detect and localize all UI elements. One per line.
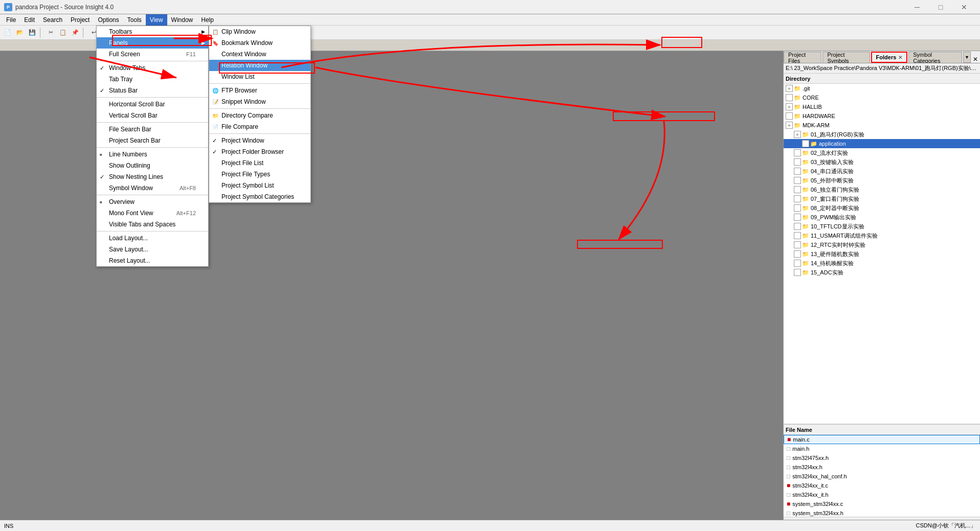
panel-relation-window[interactable]: Relation Window (209, 60, 310, 71)
panel-dir-compare[interactable]: 📁 Directory Compare (209, 110, 310, 121)
tree-expand-btn[interactable] (794, 195, 801, 202)
view-visible-tabs[interactable]: Visible Tabs and Spaces (97, 219, 208, 230)
menu-edit[interactable]: Edit (20, 14, 39, 26)
panel-project-file-types[interactable]: Project File Types (209, 169, 310, 180)
view-line-numbers[interactable]: Line Numbers (97, 149, 208, 160)
view-proj-search-bar[interactable]: Project Search Bar (97, 135, 208, 146)
tb-save[interactable]: 💾 (27, 27, 38, 38)
tree-expand-btn[interactable]: + (786, 122, 793, 129)
panel-close-button[interactable]: ✕ (971, 56, 980, 63)
panel-snippet-window[interactable]: 📝 Snippet Window (209, 96, 310, 107)
tree-expand-btn[interactable] (794, 168, 801, 175)
panel-clip-window[interactable]: 📋 Clip Window (209, 26, 310, 37)
tree-expand-btn[interactable] (794, 214, 801, 221)
panel-window-list[interactable]: Window List (209, 71, 310, 82)
tree-item[interactable]: 📁 04_串口通讯实验 (784, 167, 980, 176)
panel-project-folder[interactable]: Project Folder Browser (209, 146, 310, 157)
tree-item[interactable]: 📁 09_PWM输出实验 (784, 213, 980, 222)
tree-expand-btn[interactable] (794, 149, 801, 156)
tree-item[interactable]: + 📁 HALLIB (784, 102, 980, 111)
view-load-layout[interactable]: Load Layout... (97, 233, 208, 244)
file-item[interactable]: □ system_stm32l4xx.h (784, 509, 980, 517)
panel-context-window[interactable]: Context Window (209, 49, 310, 60)
file-item[interactable]: □ main.h (784, 444, 980, 453)
tree-item[interactable]: 📁 application (784, 139, 980, 148)
view-symbol-window[interactable]: Symbol WindowAlt+F8 (97, 182, 208, 194)
tree-item[interactable]: 📁 14_待机唤醒实验 (784, 259, 980, 268)
tree-expand-btn[interactable] (794, 232, 801, 239)
tree-item[interactable]: 📁 08_定时器中断实验 (784, 203, 980, 213)
view-show-nesting[interactable]: Show Nesting Lines (97, 171, 208, 182)
minimize-button[interactable]: ─ (905, 0, 929, 14)
tree-expand-btn[interactable]: + (794, 131, 801, 138)
menu-view[interactable]: View (146, 14, 167, 26)
view-status-bar[interactable]: Status Bar (97, 85, 208, 96)
tree-expand-btn[interactable] (794, 223, 801, 230)
view-save-layout[interactable]: Save Layout... (97, 244, 208, 255)
panel-tabs-dropdown[interactable]: ▼ (963, 52, 971, 63)
tree-item[interactable]: + 📁 .git (784, 84, 980, 93)
panel-project-symbol-list[interactable]: Project Symbol List (209, 180, 310, 191)
view-panels[interactable]: Panels (97, 37, 208, 49)
panel-bookmark-window[interactable]: 🔖 Bookmark Window (209, 37, 310, 49)
tree-item[interactable]: 📁 02_流水灯实验 (784, 148, 980, 157)
tree-expand-btn[interactable] (794, 204, 801, 212)
tree-expand-btn[interactable] (794, 260, 801, 267)
view-mono-font[interactable]: Mono Font ViewAlt+F12 (97, 207, 208, 219)
tree-expand-btn[interactable] (794, 177, 801, 184)
file-item[interactable]: ■ main.c (784, 435, 980, 444)
tree-item[interactable]: 📁 13_硬件随机数实验 (784, 249, 980, 259)
file-item[interactable]: □ stm32l4xx_hal_conf.h (784, 472, 980, 481)
view-toolbars[interactable]: Toolbars (97, 26, 208, 37)
tb-new[interactable]: 📄 (2, 27, 13, 38)
tree-item[interactable]: 📁 11_USMART调试组件实验 (784, 231, 980, 240)
tree-expand-btn[interactable]: + (786, 85, 793, 92)
tree-expand-btn[interactable] (794, 241, 801, 248)
tree-expand-btn[interactable] (794, 250, 801, 258)
tree-item[interactable]: 📁 06_独立看门狗实验 (784, 185, 980, 194)
tb-copy[interactable]: 📋 (57, 27, 69, 38)
tab-folders[interactable]: Folders ✕ (871, 52, 908, 63)
tree-item[interactable]: + 📁 MDK-ARM (784, 121, 980, 130)
close-button[interactable]: ✕ (952, 0, 976, 14)
panel-file-compare[interactable]: 📄 File Compare (209, 121, 310, 132)
file-item[interactable]: □ stm32l475xx.h (784, 453, 980, 463)
tree-expand-btn[interactable] (786, 112, 793, 120)
tree-item[interactable]: 📁 03_按键输入实验 (784, 157, 980, 167)
menu-window[interactable]: Window (167, 14, 197, 26)
file-item[interactable]: □ stm32l4xx.h (784, 463, 980, 472)
tab-symbol-categories[interactable]: Symbol Categories (908, 52, 962, 63)
file-item[interactable]: □ stm32l4xx_it.h (784, 490, 980, 499)
view-file-search-bar[interactable]: File Search Bar (97, 124, 208, 135)
menu-project[interactable]: Project (66, 14, 94, 26)
menu-tools[interactable]: Tools (123, 14, 146, 26)
panel-project-symbol-cats[interactable]: Project Symbol Categories (209, 191, 310, 202)
tree-item[interactable]: 📁 07_窗口看门狗实验 (784, 194, 980, 203)
tree-item[interactable]: + 📁 01_跑马灯(RGB)实验 (784, 130, 980, 139)
tree-expand-btn[interactable] (794, 158, 801, 166)
panel-project-file-list[interactable]: Project File List (209, 157, 310, 169)
file-item[interactable]: ■ stm32l4xx_it.c (784, 481, 980, 490)
tb-paste[interactable]: 📌 (70, 27, 81, 38)
tab-project-symbols[interactable]: Project Symbols (822, 52, 870, 63)
file-item[interactable]: ■ system_stm32l4xx.c (784, 499, 980, 509)
tree-expand-btn[interactable]: + (786, 103, 793, 110)
view-horiz-scroll[interactable]: Horizontal Scroll Bar (97, 99, 208, 110)
dir-tree[interactable]: + 📁 .git 📁 CORE + 📁 HALLIB 📁 HARDWARE + … (784, 84, 980, 424)
tree-expand-btn[interactable] (794, 269, 801, 276)
tb-open[interactable]: 📂 (14, 27, 26, 38)
tree-item[interactable]: 📁 HARDWARE (784, 111, 980, 121)
tree-expand-btn[interactable] (794, 186, 801, 193)
panel-project-window[interactable]: Project Window (209, 135, 310, 146)
panel-ftp-browser[interactable]: 🌐 FTP Browser (209, 85, 310, 96)
menu-help[interactable]: Help (197, 14, 218, 26)
view-overview[interactable]: Overview (97, 196, 208, 207)
view-window-tabs[interactable]: Window Tabs (97, 62, 208, 74)
menu-options[interactable]: Options (94, 14, 123, 26)
tab-folders-close[interactable]: ✕ (898, 55, 902, 60)
tree-expand-btn[interactable] (802, 140, 809, 147)
view-reset-layout[interactable]: Reset Layout... (97, 255, 208, 266)
tree-item[interactable]: 📁 12_RTC实时时钟实验 (784, 240, 980, 249)
view-tab-tray[interactable]: Tab Tray (97, 74, 208, 85)
menu-file[interactable]: File (2, 14, 20, 26)
